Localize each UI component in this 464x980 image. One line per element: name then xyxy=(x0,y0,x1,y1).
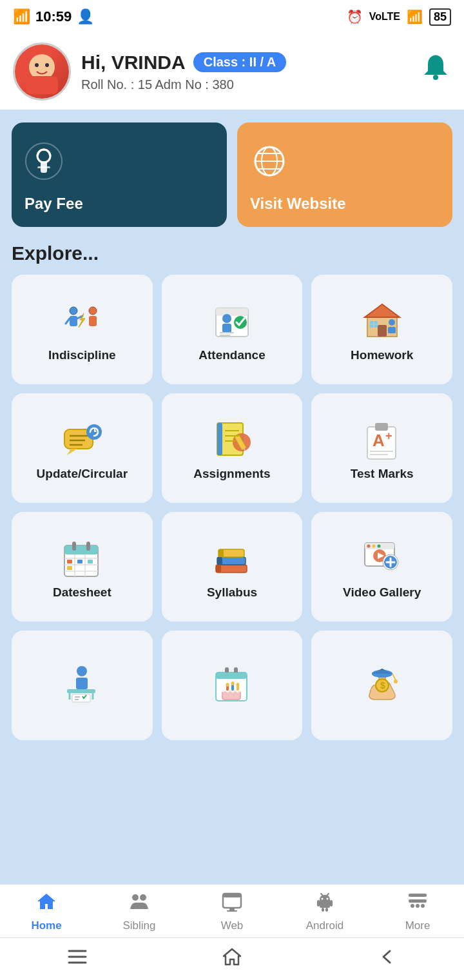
grid-item-update-circular[interactable]: Update/Circular xyxy=(12,393,153,503)
menu-button[interactable] xyxy=(68,948,87,970)
svg-point-110 xyxy=(394,680,398,683)
grid-item-assignments[interactable]: Assignments xyxy=(162,393,303,503)
syllabus-label: Syllabus xyxy=(207,585,257,600)
grid-item-test-marks[interactable]: A + Test Marks xyxy=(311,393,452,503)
back-button[interactable] xyxy=(377,947,396,971)
svg-rect-88 xyxy=(76,678,88,689)
svg-line-17 xyxy=(66,318,70,324)
nav-android[interactable]: Android xyxy=(293,891,357,932)
system-navigation xyxy=(0,937,464,980)
grid-item-indiscipline[interactable]: Indiscipline xyxy=(12,275,153,384)
homework-icon xyxy=(361,299,403,342)
battery-display: 85 xyxy=(429,8,451,26)
avatar-svg xyxy=(19,49,64,94)
nav-home[interactable]: Home xyxy=(14,891,79,932)
svg-text:A: A xyxy=(372,431,385,450)
status-left: 📶 10:59 👤 xyxy=(13,8,94,25)
svg-point-132 xyxy=(421,904,425,908)
update-circular-label: Update/Circular xyxy=(37,467,128,481)
svg-line-127 xyxy=(326,894,329,896)
svg-point-4 xyxy=(433,75,438,80)
svg-rect-3 xyxy=(26,76,58,94)
explore-title: Explore... xyxy=(12,242,452,264)
svg-rect-92 xyxy=(72,694,90,702)
svg-rect-20 xyxy=(89,316,97,326)
status-right: ⏰ VoLTE 📶 85 xyxy=(347,8,451,26)
svg-rect-73 xyxy=(216,565,221,573)
home-button[interactable] xyxy=(222,947,242,971)
carrier-icon: 👤 xyxy=(77,8,94,25)
grid-item-extra1[interactable] xyxy=(12,631,153,740)
grid-item-attendance[interactable]: Attendance xyxy=(162,275,303,384)
svg-point-104 xyxy=(231,681,234,685)
svg-point-34 xyxy=(389,319,395,326)
grid-item-extra3[interactable]: $ xyxy=(311,631,452,740)
update-circular-icon xyxy=(61,418,103,460)
class-badge: Class : II / A xyxy=(193,52,287,72)
attendance-label: Attendance xyxy=(198,348,265,362)
visit-website-card[interactable]: Visit Website xyxy=(237,122,452,227)
assignments-icon xyxy=(211,418,253,460)
grid-item-datesheet[interactable]: Datesheet xyxy=(12,512,153,622)
svg-point-130 xyxy=(411,904,414,908)
svg-rect-66 xyxy=(88,560,93,564)
svg-rect-119 xyxy=(227,910,237,912)
homework-label: Homework xyxy=(351,348,413,362)
nav-web[interactable]: Web xyxy=(200,891,264,932)
extra3-icon: $ xyxy=(361,662,403,705)
svg-point-114 xyxy=(132,894,139,901)
nav-more[interactable]: More xyxy=(385,891,450,932)
visit-website-icon xyxy=(250,142,289,188)
test-marks-icon: A + xyxy=(361,418,403,460)
wifi-icon: 📶 xyxy=(407,9,423,24)
svg-rect-69 xyxy=(86,542,90,551)
extra2-icon xyxy=(211,662,253,705)
svg-rect-117 xyxy=(223,894,241,897)
grid-item-extra2[interactable] xyxy=(162,631,303,740)
datesheet-label: Datesheet xyxy=(53,585,111,600)
svg-point-78 xyxy=(367,545,370,548)
svg-line-109 xyxy=(392,674,396,680)
svg-line-126 xyxy=(321,894,324,896)
svg-point-79 xyxy=(372,545,375,548)
svg-rect-65 xyxy=(77,560,82,564)
home-nav-icon xyxy=(36,891,57,917)
grid-item-video-gallery[interactable]: Video Gallery xyxy=(311,512,452,622)
svg-rect-68 xyxy=(72,542,76,551)
status-bar: 📶 10:59 👤 ⏰ VoLTE 📶 85 xyxy=(0,0,464,34)
grid-item-homework[interactable]: Homework xyxy=(311,275,452,384)
header-name-row: Hi, VRINDA Class : II / A xyxy=(81,52,410,74)
android-nav-icon xyxy=(314,891,335,917)
svg-rect-67 xyxy=(67,566,72,570)
svg-point-80 xyxy=(377,545,380,548)
grid-item-syllabus[interactable]: Syllabus xyxy=(162,512,303,622)
svg-rect-9 xyxy=(37,166,50,168)
web-nav-label: Web xyxy=(221,919,244,932)
svg-rect-58 xyxy=(64,545,98,554)
header-info: Hi, VRINDA Class : II / A Roll No. : 15 … xyxy=(81,52,410,92)
nav-sibling[interactable]: Sibling xyxy=(107,891,171,932)
svg-point-125 xyxy=(327,898,329,900)
bottom-navigation: Home Sibling Web xyxy=(0,884,464,937)
svg-point-108 xyxy=(372,670,392,678)
video-gallery-label: Video Gallery xyxy=(343,585,421,600)
notification-bell-icon[interactable] xyxy=(420,53,451,90)
svg-rect-120 xyxy=(317,900,320,906)
svg-rect-123 xyxy=(325,908,328,912)
svg-point-2 xyxy=(45,63,49,67)
action-cards-row: Pay Fee Visit Website xyxy=(12,122,452,227)
svg-point-1 xyxy=(35,63,39,67)
avatar-image xyxy=(15,44,69,99)
svg-rect-30 xyxy=(378,325,387,337)
svg-rect-98 xyxy=(216,672,247,679)
pay-fee-card[interactable]: Pay Fee xyxy=(12,122,227,227)
datesheet-icon xyxy=(61,536,103,579)
home-nav-label: Home xyxy=(31,919,61,932)
svg-point-103 xyxy=(226,683,229,687)
svg-point-15 xyxy=(70,307,77,315)
extra1-icon xyxy=(61,662,103,705)
svg-marker-136 xyxy=(224,949,240,965)
more-nav-label: More xyxy=(405,919,430,932)
pay-fee-icon xyxy=(24,142,63,188)
svg-point-105 xyxy=(236,683,239,687)
